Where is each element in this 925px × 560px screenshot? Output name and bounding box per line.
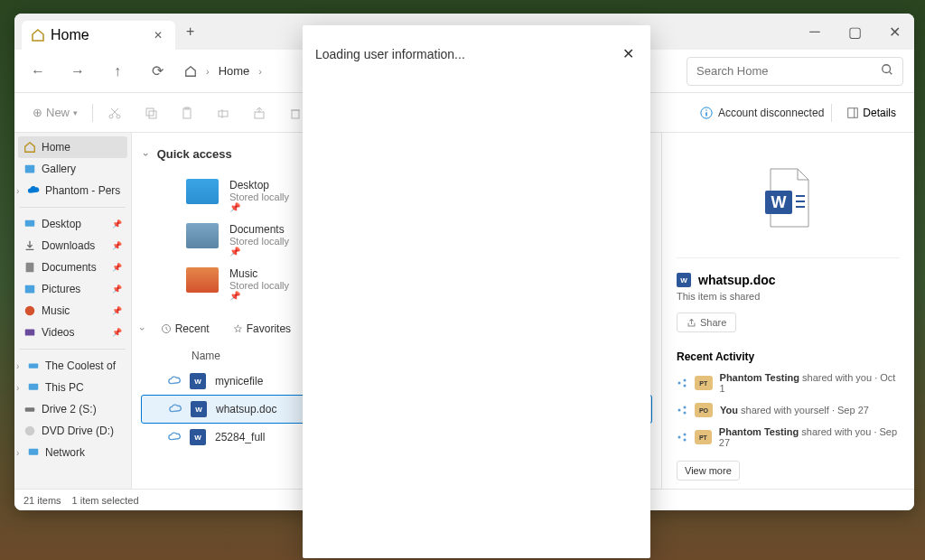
close-window-button[interactable]: ✕ xyxy=(874,17,914,46)
svg-rect-12 xyxy=(255,112,264,118)
tab-home[interactable]: Home ✕ xyxy=(22,21,175,50)
pictures-icon xyxy=(23,283,36,295)
cloud-icon xyxy=(168,375,181,387)
star-icon: ☆ xyxy=(233,322,243,335)
search-box[interactable] xyxy=(687,57,903,86)
chevron-down-icon[interactable]: › xyxy=(137,327,148,331)
folder-icon xyxy=(186,179,219,204)
back-button[interactable]: ← xyxy=(25,59,51,84)
minimize-button[interactable]: ─ xyxy=(795,17,835,46)
item-count: 21 items xyxy=(23,495,61,506)
pin-icon: 📌 xyxy=(229,291,289,301)
share-button[interactable] xyxy=(245,98,274,127)
paste-button[interactable] xyxy=(173,98,201,127)
cloud-icon xyxy=(169,403,182,415)
copy-button[interactable] xyxy=(136,98,165,127)
nav-documents[interactable]: Documents📌 xyxy=(18,257,127,278)
activity-item: PT Phantom Testing shared with you · Oct… xyxy=(677,372,900,394)
svg-point-17 xyxy=(705,109,706,110)
nav-desktop[interactable]: Desktop📌 xyxy=(18,213,127,235)
details-icon xyxy=(846,107,859,119)
account-status[interactable]: Account disconnected xyxy=(700,107,824,119)
tab-label: Home xyxy=(51,27,89,43)
folder-icon xyxy=(186,223,219,248)
breadcrumb-item[interactable]: Home xyxy=(219,64,250,78)
home-icon xyxy=(23,141,36,154)
nav-network[interactable]: Network xyxy=(18,442,127,463)
file-preview: W xyxy=(677,147,900,257)
shared-label: This item is shared xyxy=(677,291,900,302)
breadcrumb[interactable]: › Home › xyxy=(184,64,262,78)
nav-videos[interactable]: Videos📌 xyxy=(18,322,127,343)
info-icon xyxy=(700,107,713,119)
rename-button[interactable] xyxy=(209,98,238,127)
share-icon xyxy=(677,432,687,443)
search-icon[interactable] xyxy=(881,63,893,79)
svg-rect-27 xyxy=(29,384,39,390)
svg-text:W: W xyxy=(771,193,786,211)
nav-onedrive[interactable]: Phantom - Pers xyxy=(18,180,127,201)
nav-coolest[interactable]: The Coolest of xyxy=(18,355,127,377)
dialog-title: Loading user information... xyxy=(315,47,465,61)
nav-home[interactable]: Home xyxy=(18,136,127,158)
nav-pictures[interactable]: Pictures📌 xyxy=(18,278,127,300)
chevron-right-icon: › xyxy=(206,66,210,77)
navigation-pane[interactable]: Home Gallery Phantom - Pers Desktop📌 Dow… xyxy=(14,133,132,489)
pin-icon: 📌 xyxy=(112,241,122,250)
svg-point-41 xyxy=(684,406,687,409)
forward-button[interactable]: → xyxy=(65,59,90,84)
recent-toggle[interactable]: Recent xyxy=(154,319,217,339)
documents-icon xyxy=(23,261,36,274)
up-button[interactable]: ↑ xyxy=(105,59,130,84)
pin-icon: 📌 xyxy=(112,263,122,272)
nav-gallery[interactable]: Gallery xyxy=(18,158,127,180)
svg-line-4 xyxy=(112,108,118,115)
nav-dvd[interactable]: DVD Drive (D:) xyxy=(18,420,127,442)
avatar: PT xyxy=(695,430,712,444)
close-tab-icon[interactable]: ✕ xyxy=(150,27,166,43)
nav-thispc[interactable]: This PC xyxy=(18,377,127,398)
favorites-toggle[interactable]: ☆Favorites xyxy=(226,319,298,339)
svg-point-45 xyxy=(684,439,687,442)
details-filename-row: W whatsup.doc xyxy=(677,273,900,287)
gallery-icon xyxy=(23,163,36,175)
svg-rect-26 xyxy=(29,363,39,368)
nav-music[interactable]: Music📌 xyxy=(18,300,127,322)
maximize-button[interactable]: ▢ xyxy=(835,17,874,46)
svg-rect-18 xyxy=(848,107,858,117)
cut-button[interactable] xyxy=(100,98,129,127)
close-dialog-button[interactable]: ✕ xyxy=(619,42,638,66)
svg-point-40 xyxy=(678,409,681,412)
search-input[interactable] xyxy=(696,64,881,78)
svg-point-2 xyxy=(109,115,113,118)
svg-point-29 xyxy=(25,426,35,436)
new-button[interactable]: ⊕ New ▾ xyxy=(25,102,85,123)
svg-rect-22 xyxy=(26,263,34,273)
pin-icon: 📌 xyxy=(229,247,289,257)
videos-icon xyxy=(23,326,36,339)
svg-point-3 xyxy=(117,115,120,118)
share-icon xyxy=(677,378,687,388)
refresh-button[interactable]: ⟳ xyxy=(145,59,170,84)
svg-rect-21 xyxy=(25,220,35,227)
svg-point-37 xyxy=(678,382,681,385)
svg-rect-7 xyxy=(149,111,156,118)
view-more-button[interactable]: View more xyxy=(677,461,740,481)
cloud-icon xyxy=(168,431,181,443)
svg-point-38 xyxy=(684,379,687,382)
word-document-icon: W xyxy=(761,165,816,230)
pin-icon: 📌 xyxy=(112,306,122,315)
dvd-icon xyxy=(23,425,36,437)
share-button[interactable]: Share xyxy=(677,313,736,332)
drive-icon xyxy=(27,359,40,372)
nav-drive2[interactable]: Drive 2 (S:) xyxy=(18,398,127,420)
nav-downloads[interactable]: Downloads📌 xyxy=(18,235,127,257)
home-icon xyxy=(31,28,45,42)
new-tab-button[interactable]: + xyxy=(186,23,194,40)
svg-rect-20 xyxy=(25,165,35,173)
pin-icon: 📌 xyxy=(112,219,122,229)
folder-icon xyxy=(186,267,219,293)
svg-line-1 xyxy=(890,71,892,74)
details-pane-toggle[interactable]: Details xyxy=(839,103,903,123)
svg-rect-6 xyxy=(146,108,154,116)
